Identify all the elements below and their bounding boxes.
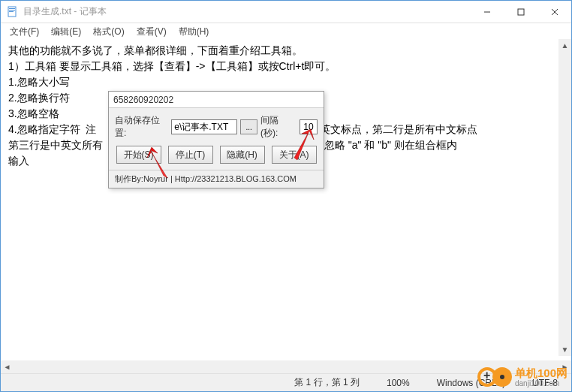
menu-edit[interactable]: 编辑(E) <box>45 24 87 40</box>
text-line: 1.忽略大小写 <box>8 74 564 90</box>
watermark-name: 单机100网 <box>515 367 567 380</box>
text-editor[interactable]: 其他的功能就不多说了，菜单都很详细，下面着重介绍工具箱。 1）工具箱 要显示工具… <box>1 40 571 360</box>
minimize-button[interactable] <box>470 1 504 23</box>
text-line: 其他的功能就不多说了，菜单都很详细，下面着重介绍工具箱。 <box>8 43 564 59</box>
dialog-row-path: 自动保存位置: ... 间隔 (秒): <box>115 114 318 140</box>
svg-rect-2 <box>9 10 15 11</box>
autosave-dialog: 658260920202 自动保存位置: ... 间隔 (秒): 开始(S) 停… <box>108 91 324 188</box>
scroll-down-icon[interactable]: ▼ <box>558 343 571 356</box>
browse-button[interactable]: ... <box>240 119 257 134</box>
watermark: 单机100网 danji100.com <box>477 367 567 388</box>
close-button[interactable] <box>537 1 571 23</box>
titlebar: 目录生成.txt - 记事本 <box>1 1 571 23</box>
start-button[interactable]: 开始(S) <box>116 146 161 164</box>
scroll-up-icon[interactable]: ▲ <box>558 39 571 52</box>
watermark-url: danji100.com <box>515 379 567 387</box>
dialog-title: 658260920202 <box>109 92 324 108</box>
maximize-button[interactable] <box>504 1 537 23</box>
savepos-input[interactable] <box>171 119 237 134</box>
window-buttons <box>470 1 571 23</box>
about-button[interactable]: 关于(A) <box>272 146 317 164</box>
text-line: 1）工具箱 要显示工具箱，选择【查看】->【工具箱】或按Ctrl+t即可。 <box>8 59 564 74</box>
menu-view[interactable]: 查看(V) <box>131 24 173 40</box>
interval-label: 间隔 (秒): <box>260 114 297 140</box>
svg-rect-1 <box>9 8 15 9</box>
dialog-footer: 制作By:Noyrur | Http://23321213.BLOG.163.C… <box>109 170 324 188</box>
stop-button[interactable]: 停止(T) <box>168 146 213 164</box>
status-zoom: 100% <box>373 378 423 388</box>
menubar: 文件(F) 编辑(E) 格式(O) 查看(V) 帮助(H) <box>1 23 571 40</box>
watermark-logo-icon <box>477 367 512 387</box>
menu-format[interactable]: 格式(O) <box>87 24 130 40</box>
hide-button[interactable]: 隐藏(H) <box>220 146 265 164</box>
savepos-label: 自动保存位置: <box>115 114 168 140</box>
dialog-body: 自动保存位置: ... 间隔 (秒): 开始(S) 停止(T) 隐藏(H) 关于… <box>109 108 324 170</box>
svg-rect-5 <box>518 9 524 15</box>
app-icon <box>7 6 19 18</box>
notepad-window: 目录生成.txt - 记事本 文件(F) 编辑(E) 格式(O) 查看(V) 帮… <box>0 0 572 392</box>
vertical-scrollbar[interactable]: ▲ ▼ <box>558 39 571 356</box>
scroll-left-icon[interactable]: ◄ <box>1 360 14 373</box>
menu-file[interactable]: 文件(F) <box>4 24 45 40</box>
svg-rect-3 <box>9 11 14 12</box>
window-title: 目录生成.txt - 记事本 <box>23 5 470 18</box>
menu-help[interactable]: 帮助(H) <box>173 24 215 40</box>
interval-input[interactable] <box>300 119 318 134</box>
dialog-buttons: 开始(S) 停止(T) 隐藏(H) 关于(A) <box>115 146 318 164</box>
status-position: 第 1 行，第 1 列 <box>281 376 373 389</box>
